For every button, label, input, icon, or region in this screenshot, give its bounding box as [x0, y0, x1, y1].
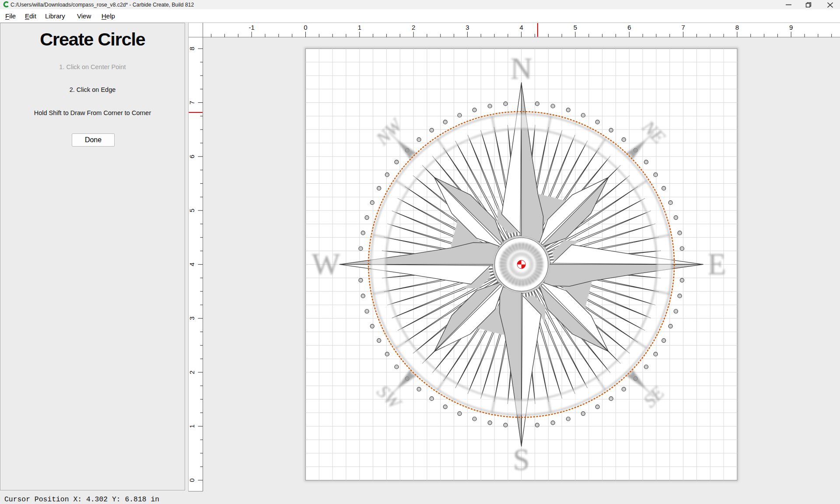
svg-text:-1: -1 — [249, 24, 255, 31]
svg-text:4: 4 — [520, 24, 523, 31]
svg-text:1: 1 — [358, 24, 361, 31]
svg-text:0: 0 — [188, 478, 196, 482]
svg-text:8: 8 — [735, 24, 739, 31]
svg-text:E: E — [708, 248, 726, 281]
svg-text:N: N — [511, 52, 532, 85]
svg-text:9: 9 — [789, 24, 793, 31]
svg-text:5: 5 — [574, 24, 577, 31]
svg-text:0: 0 — [304, 24, 307, 31]
svg-text:2: 2 — [412, 24, 415, 31]
svg-text:7: 7 — [681, 24, 685, 31]
svg-text:4: 4 — [188, 262, 196, 266]
svg-text:1: 1 — [188, 424, 196, 428]
svg-text:6: 6 — [188, 155, 196, 158]
svg-text:2: 2 — [188, 371, 196, 374]
svg-text:5: 5 — [188, 209, 196, 212]
svg-text:8: 8 — [188, 47, 196, 50]
svg-text:S: S — [513, 443, 530, 476]
svg-text:6: 6 — [627, 24, 631, 31]
svg-text:7: 7 — [188, 101, 196, 104]
svg-text:3: 3 — [188, 317, 196, 320]
svg-text:3: 3 — [466, 24, 469, 31]
svg-text:W: W — [312, 248, 340, 281]
